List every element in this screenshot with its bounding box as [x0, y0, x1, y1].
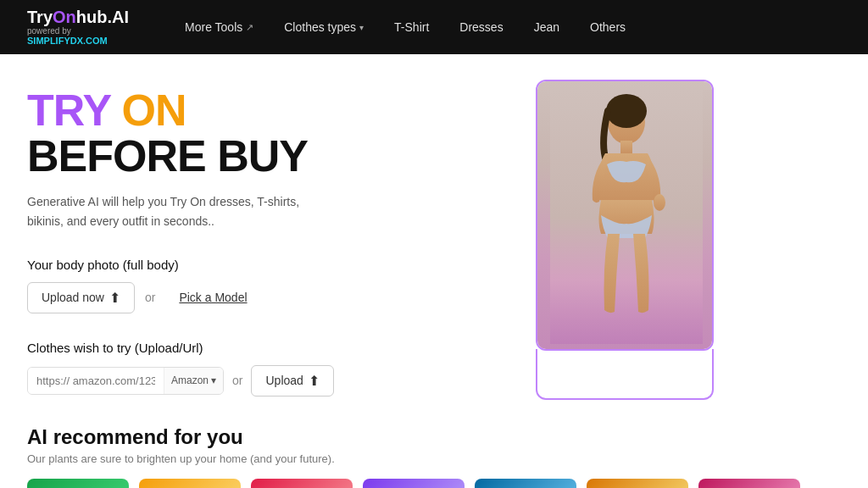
or-text-1: or — [145, 291, 155, 304]
upload-clothes-label: Upload — [265, 374, 303, 387]
upload-now-button[interactable]: Upload now ⬆ — [27, 282, 135, 313]
right-panel — [536, 80, 731, 400]
svg-point-2 — [606, 94, 647, 128]
clothes-label: Clothes wish to try (Upload/Url) — [27, 341, 502, 355]
nav-others-label: Others — [590, 20, 626, 34]
logo-on: On — [53, 8, 76, 26]
pick-model-button[interactable]: Pick a Model — [165, 284, 260, 311]
recommend-title: AI recommend for you — [27, 425, 841, 449]
nav-links: More Tools ↗ Clothes types ▾ T-Shirt Dre… — [170, 14, 841, 41]
url-input[interactable] — [28, 368, 164, 394]
logo-domain: SIMPLIFYDX.COM — [27, 36, 129, 46]
url-input-row: Amazon ▾ or Upload ⬆ — [27, 365, 502, 396]
nav-more-tools-label: More Tools — [185, 20, 242, 34]
upload-now-label: Upload now — [42, 291, 104, 304]
thumbnail-row — [27, 479, 841, 488]
thumb-item-6[interactable] — [587, 479, 688, 488]
or-text-2: or — [232, 374, 242, 387]
hero-description: Generative AI will help you Try On dress… — [27, 192, 332, 230]
nav-more-tools[interactable]: More Tools ↗ — [170, 14, 269, 41]
navbar: TryOnhub.AI powered by SIMPLIFYDX.COM Mo… — [0, 0, 868, 54]
thumb-item-7[interactable] — [698, 479, 800, 488]
dropdown-chevron-icon: ▾ — [211, 374, 216, 386]
external-link-icon: ↗ — [246, 22, 253, 33]
nav-tshirt[interactable]: T-Shirt — [379, 14, 444, 41]
nav-tshirt-label: T-Shirt — [394, 20, 429, 34]
amazon-dropdown-label: Amazon — [171, 374, 209, 386]
model-image — [537, 81, 714, 351]
model-select-area[interactable] — [536, 349, 714, 400]
recommend-description: Our plants are sure to brighten up your … — [27, 452, 841, 465]
nav-dresses[interactable]: Dresses — [444, 14, 518, 41]
svg-point-4 — [654, 194, 665, 211]
amazon-dropdown[interactable]: Amazon ▾ — [164, 368, 223, 394]
hero-try-on: TRY ON — [27, 88, 502, 132]
logo-text: TryOnhub.AI — [27, 8, 129, 26]
url-input-group: Amazon ▾ — [27, 367, 224, 395]
hero-headline: TRY ON BEFORE BUY — [27, 88, 502, 180]
logo[interactable]: TryOnhub.AI powered by SIMPLIFYDX.COM — [27, 8, 129, 46]
nav-clothes-types[interactable]: Clothes types ▾ — [269, 14, 379, 41]
chevron-down-icon: ▾ — [359, 23, 364, 32]
nav-clothes-types-label: Clothes types — [284, 20, 356, 34]
thumb-item-1[interactable] — [27, 479, 129, 488]
hero-before-buy: BEFORE BUY — [27, 132, 502, 180]
nav-jean-label: Jean — [534, 20, 559, 34]
clothes-section: Clothes wish to try (Upload/Url) Amazon … — [27, 341, 502, 396]
svg-rect-3 — [620, 141, 632, 154]
upload-clothes-button[interactable]: Upload ⬆ — [251, 365, 333, 396]
model-figure-svg — [550, 90, 703, 344]
hero-on-highlight: ON — [122, 86, 186, 135]
thumb-item-2[interactable] — [139, 479, 241, 488]
upload-icon: ⬆ — [109, 290, 120, 306]
upload-row: Upload now ⬆ or Pick a Model — [27, 282, 502, 313]
thumb-item-5[interactable] — [475, 479, 576, 488]
recommend-section: AI recommend for you Our plants are sure… — [0, 417, 868, 488]
thumb-item-4[interactable] — [363, 479, 465, 488]
nav-jean[interactable]: Jean — [519, 14, 575, 41]
upload-clothes-icon: ⬆ — [309, 373, 320, 389]
nav-dresses-label: Dresses — [459, 20, 503, 34]
body-photo-label: Your body photo (full body) — [27, 258, 502, 272]
logo-powered-by: powered by — [27, 26, 129, 36]
nav-others[interactable]: Others — [575, 14, 641, 41]
model-card — [536, 80, 714, 351]
main-content: TRY ON BEFORE BUY Generative AI will hel… — [0, 54, 868, 417]
thumb-item-3[interactable] — [251, 479, 353, 488]
left-panel: TRY ON BEFORE BUY Generative AI will hel… — [27, 88, 502, 400]
